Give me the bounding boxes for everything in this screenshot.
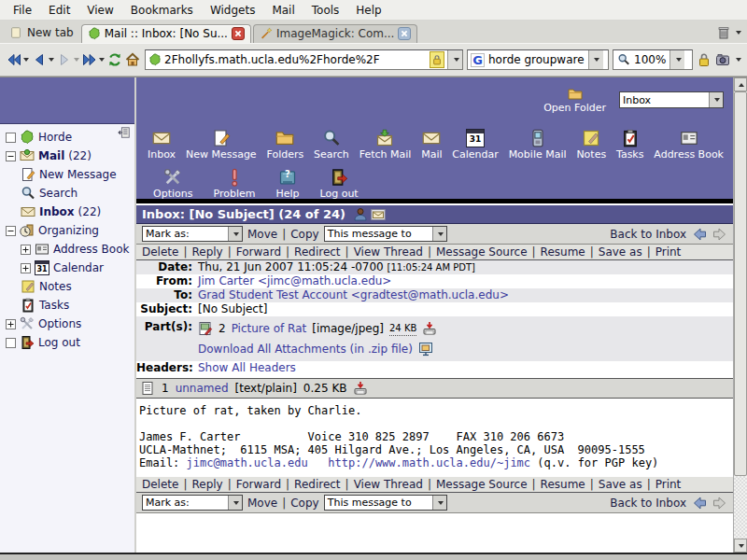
tab-imagemagick[interactable]: ImageMagick: Com...	[253, 24, 418, 43]
download-all-link[interactable]: Download All Attachments (in .zip file)	[198, 343, 413, 357]
show-all-headers-link[interactable]: Show All Headers	[198, 361, 296, 375]
sender-mail-icon[interactable]	[371, 207, 386, 222]
message-source-link[interactable]: Message Source	[436, 478, 528, 491]
home-button[interactable]	[124, 50, 141, 69]
previous-message-icon[interactable]	[692, 496, 707, 511]
scroll-down-icon[interactable]	[734, 539, 747, 553]
forward-link[interactable]: Forward	[236, 478, 281, 491]
toolbar-overflow-arrow[interactable]	[736, 58, 741, 62]
delete-link[interactable]: Delete	[142, 245, 178, 259]
tree-plus-icon[interactable]	[6, 319, 16, 329]
menu-new-message[interactable]: New Message	[186, 119, 257, 160]
tree-box-icon[interactable]	[6, 338, 16, 348]
url-dropdown-button[interactable]	[447, 50, 462, 69]
download-attachment-icon[interactable]	[422, 321, 437, 336]
sidebar-item-notes[interactable]: Notes	[6, 277, 133, 296]
sidebar-item-log-out[interactable]: Log out	[6, 333, 133, 352]
menu-tools[interactable]: Tools	[304, 2, 347, 19]
print-link[interactable]: Print	[655, 245, 682, 259]
scrollbar-track[interactable]	[734, 91, 747, 539]
menu-log-out[interactable]: Log out	[320, 160, 359, 199]
zoom-control[interactable]: 100%	[613, 49, 693, 70]
to-address-link[interactable]: Grad Student Test Account <gradtest@math…	[198, 288, 509, 302]
url-bar[interactable]: 2Fhollyfs.math.ucla.edu%2Fhorde%2F	[145, 49, 463, 70]
text-attachment-icon[interactable]	[140, 381, 155, 396]
tree-plus-icon[interactable]	[21, 245, 31, 255]
delete-link[interactable]: Delete	[142, 478, 178, 491]
menu-view[interactable]: View	[79, 2, 120, 19]
reply-link[interactable]: Reply	[191, 478, 222, 491]
forward-history-button[interactable]	[81, 50, 106, 69]
previous-message-icon[interactable]	[692, 227, 707, 242]
text-part-name-link[interactable]: unnamed	[176, 382, 229, 395]
reply-link[interactable]: Reply	[191, 245, 222, 259]
scrollbar-thumb[interactable]	[734, 91, 747, 476]
sidebar-item-tasks[interactable]: Tasks	[6, 296, 133, 315]
next-message-icon[interactable]	[712, 227, 727, 242]
zoom-level[interactable]: 100%	[634, 53, 666, 66]
from-address-link[interactable]: Jim Carter <jimc@math.ucla.edu>	[198, 274, 391, 288]
message-to-select[interactable]: This message to	[324, 495, 447, 511]
tree-plus-icon[interactable]	[21, 263, 31, 273]
image-attachment-icon[interactable]	[198, 321, 213, 336]
menu-help[interactable]: ?Help	[275, 160, 299, 199]
sidebar-item-options[interactable]: Options	[6, 315, 133, 333]
sender-person-icon[interactable]	[353, 207, 368, 222]
back-to-inbox-link[interactable]: Back to Inbox	[610, 228, 686, 241]
trash-dropdown-arrow[interactable]	[736, 31, 741, 35]
menu-edit[interactable]: Edit	[41, 2, 78, 19]
close-tab-icon[interactable]	[232, 27, 245, 40]
menu-folders[interactable]: Folders	[266, 119, 303, 160]
resume-link[interactable]: Resume	[541, 245, 585, 259]
mark-as-select[interactable]: Mark as:	[142, 226, 243, 242]
download-text-part-icon[interactable]	[353, 381, 368, 396]
sidebar-item-inbox[interactable]: Inbox (22)	[6, 203, 133, 221]
zoom-dropdown-button[interactable]	[669, 50, 684, 69]
sidebar-collapse-icon[interactable]	[118, 126, 131, 139]
forward-link[interactable]: Forward	[236, 245, 281, 259]
folder-select[interactable]: Inbox	[619, 91, 724, 108]
menu-options[interactable]: Options	[153, 160, 192, 199]
sidebar-item-horde[interactable]: Horde	[6, 128, 133, 147]
menu-mobile-mail[interactable]: Mobile Mail	[509, 119, 567, 160]
mark-as-select[interactable]: Mark as:	[142, 495, 243, 511]
menu-address-book[interactable]: Address Book	[654, 119, 724, 160]
menu-fetch-mail[interactable]: Fetch Mail	[359, 119, 412, 160]
close-tab-icon[interactable]	[398, 27, 411, 40]
copy-link[interactable]: Copy	[290, 497, 318, 510]
vertical-scrollbar[interactable]	[733, 77, 747, 553]
view-thread-link[interactable]: View Thread	[354, 478, 423, 491]
back-history-button[interactable]	[6, 50, 30, 69]
search-box[interactable]: G horde groupware	[467, 49, 609, 70]
sidebar-item-new-message[interactable]: New Message	[6, 165, 133, 184]
print-link[interactable]: Print	[655, 478, 682, 491]
menu-search[interactable]: Search	[314, 119, 349, 160]
menu-problem[interactable]: Problem	[213, 160, 255, 199]
redirect-link[interactable]: Redirect	[294, 245, 341, 259]
sidebar-item-address-book[interactable]: Address Book	[6, 240, 133, 259]
forward-button[interactable]	[56, 50, 80, 69]
scroll-up-icon[interactable]	[734, 77, 747, 91]
view-thread-link[interactable]: View Thread	[354, 245, 423, 259]
search-text[interactable]: horde groupware	[488, 53, 585, 66]
message-to-select[interactable]: This message to	[324, 226, 447, 242]
attachment-name-link[interactable]: Picture of Rat	[232, 322, 307, 336]
menu-file[interactable]: File	[6, 2, 39, 19]
menu-mail[interactable]: Mail	[421, 119, 442, 160]
security-lock-icon[interactable]	[697, 52, 712, 67]
redirect-link[interactable]: Redirect	[294, 478, 341, 491]
menu-notes[interactable]: Notes	[576, 119, 606, 160]
search-dropdown-button[interactable]	[588, 50, 603, 69]
homepage-link[interactable]: http://www.math.ucla.edu/~jimc	[328, 456, 530, 469]
new-tab-button[interactable]: New tab	[4, 23, 81, 43]
move-link[interactable]: Move	[247, 228, 277, 241]
open-folder-button[interactable]: Open Folder	[543, 87, 606, 114]
menu-help[interactable]: Help	[348, 2, 388, 19]
tree-minus-icon[interactable]	[6, 226, 16, 236]
reload-button[interactable]	[106, 50, 123, 69]
menu-calendar[interactable]: 31Calendar	[452, 119, 498, 160]
message-source-link[interactable]: Message Source	[436, 245, 528, 259]
resume-link[interactable]: Resume	[541, 478, 585, 491]
menu-widgets[interactable]: Widgets	[203, 2, 263, 19]
tree-minus-icon[interactable]	[6, 151, 16, 161]
